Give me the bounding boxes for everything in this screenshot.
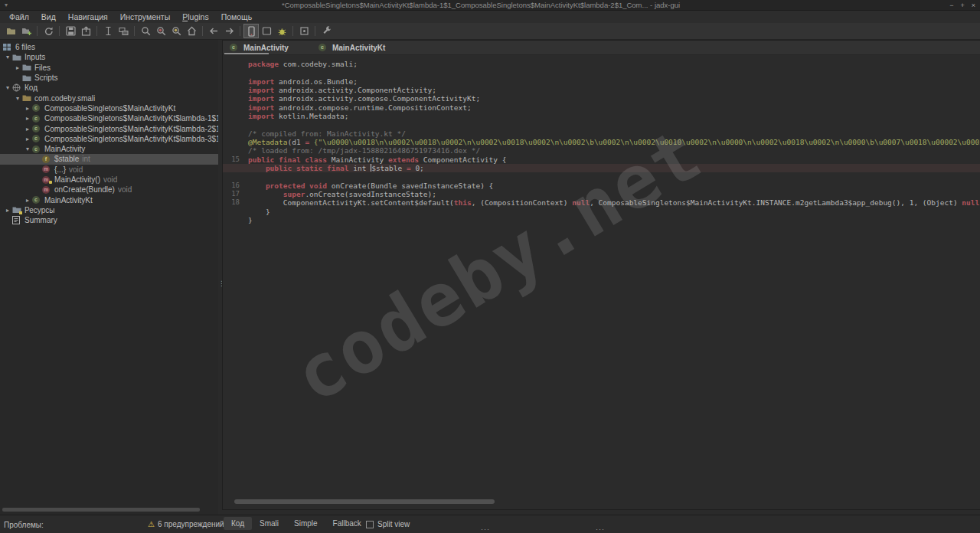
code-text [246, 68, 248, 77]
warnings-indicator[interactable]: ⚠ 6 предупреждений [148, 520, 224, 528]
menu-navigation[interactable]: Навигация [62, 11, 114, 23]
menu-plugins[interactable]: Plugins [176, 11, 214, 23]
expander-closed-icon[interactable]: ▸ [23, 197, 32, 204]
sync-selection-icon[interactable] [100, 24, 116, 38]
tree-item-label: ComposableSingletons$MainActivityKt$lamb… [44, 114, 218, 123]
line-number [223, 86, 246, 94]
tree-item-mainactivitykt[interactable]: ▸cMainActivityKt [0, 195, 218, 204]
code-line: @Metadata(d1 = {"\u0000\u0018\n\u0002\u0… [223, 138, 980, 146]
expander-closed-icon[interactable]: ▸ [3, 207, 12, 214]
nav-back-icon[interactable] [206, 24, 221, 38]
tree-item-scripts[interactable]: Scripts [0, 73, 218, 83]
menu-view[interactable]: Вид [35, 11, 62, 23]
expander-open-icon[interactable]: ▾ [13, 95, 22, 102]
constructor-icon: m [42, 175, 52, 184]
toolbar-separator [134, 26, 135, 36]
expander-closed-icon[interactable]: ▸ [23, 136, 32, 142]
tree-item-lambda-method[interactable]: m{...}void [0, 165, 218, 175]
editor-tab-mainactivitykt[interactable]: cMainActivityKt [312, 41, 408, 54]
code-text: import kotlin.Metadata; [246, 112, 349, 120]
code-text: @Metadata(d1 = {"\u0000\u0018\n\u0002\u0… [246, 138, 980, 146]
flatten-packages-icon[interactable] [116, 24, 131, 38]
menu-tools[interactable]: Инструменты [114, 11, 176, 23]
expander-open-icon[interactable]: ▾ [3, 84, 12, 91]
view-tab-simple[interactable]: Simple [286, 517, 325, 530]
split-view-toggle[interactable]: Split view [366, 520, 410, 528]
tree-item-label: ComposableSingletons$MainActivityKt$lamb… [44, 135, 218, 143]
tree-item-oncreate[interactable]: monCreate(Bundle)void [0, 185, 218, 195]
tree-item-constructor[interactable]: mMainActivity()void [0, 175, 218, 185]
code-text: /* compiled from: MainActivity.kt */ [246, 129, 406, 138]
expander-closed-icon[interactable]: ▸ [13, 64, 22, 71]
nav-forward-icon[interactable] [221, 24, 237, 38]
file-tree-panel: 6 files▾Inputs▸FilesScripts▾Код▾com.code… [0, 40, 218, 515]
search-text-icon[interactable] [138, 24, 153, 38]
code-editor[interactable]: package com.codeby.smali;import android.… [223, 55, 980, 509]
minimize-button[interactable]: − [949, 2, 953, 9]
tree-item-composable-singletons[interactable]: ▸cComposableSingletons$MainActivityKt [0, 103, 218, 113]
view-tab-kod[interactable]: Код [224, 517, 252, 530]
line-number [223, 146, 246, 155]
debug-bug-icon[interactable] [274, 24, 289, 38]
line-number: 15 [223, 155, 246, 164]
view-tab-fallback[interactable]: Fallback [325, 517, 369, 530]
export-icon[interactable] [78, 24, 93, 38]
preferences-wrench-icon[interactable] [318, 24, 334, 38]
tree-item-com-codeby-smali[interactable]: ▾com.codeby.smali [0, 93, 218, 103]
method-icon: m [42, 185, 52, 194]
tree-item-kod[interactable]: ▾Код [0, 83, 218, 93]
add-files-icon[interactable] [18, 24, 34, 38]
tree-item-label: MainActivityKt [44, 196, 93, 204]
tree-item-6-files[interactable]: 6 files [0, 42, 218, 52]
tree-item-stable-field[interactable]: f$stableint [0, 154, 218, 164]
code-line: public static final int $stable = 0; [223, 164, 980, 172]
expander-closed-icon[interactable]: ▸ [23, 105, 32, 112]
tree-item-mainactivity[interactable]: ▾cMainActivity [0, 144, 218, 154]
code-text: } [246, 208, 270, 216]
tree-item-composable-lambda-1[interactable]: ▸cComposableSingletons$MainActivityKt$la… [0, 113, 218, 123]
tree-item-label: onCreate(Bundle) [54, 185, 115, 194]
phone-device-icon[interactable] [243, 24, 259, 38]
expander-open-icon[interactable]: ▾ [23, 146, 32, 152]
line-number [223, 216, 246, 224]
expander-closed-icon[interactable]: ▸ [23, 115, 32, 122]
menu-file[interactable]: Файл [3, 11, 35, 23]
open-file-icon[interactable] [3, 24, 18, 38]
problems-label: Проблемы: [4, 521, 44, 529]
main-activity-home-icon[interactable] [184, 24, 199, 38]
menu-help[interactable]: Помощь [215, 11, 259, 23]
window-menu-icon[interactable]: ▾ [5, 2, 8, 8]
search-class-icon[interactable] [153, 24, 168, 38]
main-split: 6 files▾Inputs▸FilesScripts▾Код▾com.code… [0, 40, 980, 515]
expander-closed-icon[interactable]: ▸ [23, 126, 32, 132]
class-icon: c [318, 44, 328, 52]
editor-horizontal-scrollbar-thumb[interactable] [234, 499, 495, 504]
tree-item-inputs[interactable]: ▾Inputs [0, 52, 218, 62]
tree-item-label: Inputs [24, 53, 45, 61]
search-comment-icon[interactable] [168, 24, 184, 38]
expander-open-icon[interactable]: ▾ [3, 54, 12, 60]
close-button[interactable]: × [972, 2, 975, 9]
view-tab-smali[interactable]: Smali [252, 517, 286, 530]
package-icon [22, 94, 32, 103]
code-line: import kotlin.Metadata; [223, 112, 980, 120]
code-line: /* compiled from: MainActivity.kt */ [223, 129, 980, 138]
reload-icon[interactable] [41, 24, 56, 38]
tablet-device-icon[interactable] [259, 24, 274, 38]
deobfuscation-icon[interactable] [296, 24, 312, 38]
tree-item-label: Summary [24, 216, 57, 224]
tree-horizontal-scrollbar-thumb[interactable] [2, 508, 200, 512]
class-icon: c [32, 196, 42, 204]
tree-item-composable-lambda-3[interactable]: ▸cComposableSingletons$MainActivityKt$la… [0, 134, 218, 144]
tree-item-files[interactable]: ▸Files [0, 63, 218, 73]
code-text: protected void onCreate(Bundle savedInst… [246, 181, 493, 190]
split-view-checkbox[interactable] [366, 521, 374, 528]
tree-item-composable-lambda-2[interactable]: ▸cComposableSingletons$MainActivityKt$la… [0, 123, 218, 133]
warnings-count: 6 предупреждений [158, 520, 224, 528]
editor-tab-mainactivity[interactable]: cMainActivity [223, 41, 312, 54]
maximize-button[interactable]: + [960, 2, 964, 9]
tree-item-summary[interactable]: Summary [0, 215, 218, 225]
code-line: 16 protected void onCreate(Bundle savedI… [223, 181, 980, 190]
tree-item-resources[interactable]: ▸Ресурсы [0, 205, 218, 215]
save-all-icon[interactable] [63, 24, 78, 38]
